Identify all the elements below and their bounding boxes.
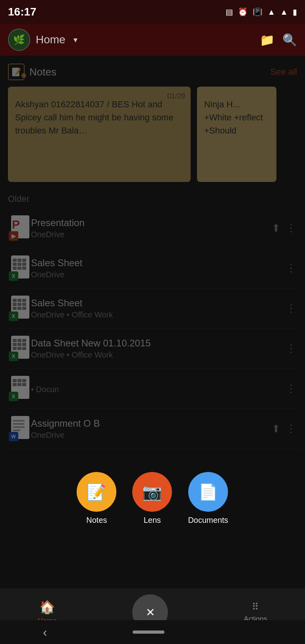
header-right: 📁 🔍 — [260, 33, 297, 47]
fab-docs-item[interactable]: 📄 Documents — [188, 472, 228, 525]
vibrate-icon: 📳 — [253, 7, 263, 17]
battery-icon: ▮ — [293, 7, 297, 17]
header: 🌿 Home ▾ 📁 🔍 — [0, 24, 305, 56]
message-icon: ▤ — [226, 7, 233, 17]
documents-fab-icon: 📄 — [198, 483, 218, 501]
fab-lens-item[interactable]: 📷 Lens — [132, 472, 172, 525]
main-content: 📝 Notes See all 01/29 Akshyan 0162281403… — [0, 56, 305, 588]
notes-fab-icon: 📝 — [87, 483, 106, 501]
signal-icon: ▲ — [280, 8, 288, 17]
home-pill[interactable] — [133, 630, 164, 634]
fab-documents-label: Documents — [188, 516, 228, 525]
header-left: 🌿 Home ▾ — [8, 29, 77, 51]
status-icons: ▤ ⏰ 📳 ▲ ▲ ▮ — [226, 7, 297, 17]
fab-menu: 📝 Notes 📷 Lens 📄 Documents — [0, 472, 305, 525]
chevron-down-icon[interactable]: ▾ — [73, 35, 77, 44]
search-icon[interactable]: 🔍 — [282, 33, 297, 47]
status-bar: 16:17 ▤ ⏰ 📳 ▲ ▲ ▮ — [0, 0, 305, 24]
lens-fab-icon: 📷 — [142, 483, 162, 501]
folder-icon[interactable]: 📁 — [260, 33, 274, 47]
back-button[interactable]: ‹ — [43, 625, 47, 640]
fab-lens-label: Lens — [144, 516, 161, 525]
fab-notes-label: Notes — [86, 516, 107, 525]
actions-nav-icon: ⠿ — [252, 601, 259, 613]
home-nav-icon: 🏠 — [39, 600, 55, 615]
home-title[interactable]: Home — [36, 33, 66, 46]
fab-lens-button[interactable]: 📷 — [132, 472, 172, 512]
sys-nav: ‹ ⬛ — [0, 620, 305, 644]
close-icon: ✕ — [146, 606, 155, 619]
fab-notes-button[interactable]: 📝 — [77, 472, 116, 512]
alarm-icon: ⏰ — [238, 7, 248, 17]
wifi-icon: ▲ — [267, 8, 275, 17]
fab-documents-button[interactable]: 📄 — [188, 472, 228, 512]
avatar[interactable]: 🌿 — [8, 29, 30, 51]
fab-notes-item[interactable]: 📝 Notes — [77, 472, 116, 525]
status-time: 16:17 — [8, 6, 37, 18]
